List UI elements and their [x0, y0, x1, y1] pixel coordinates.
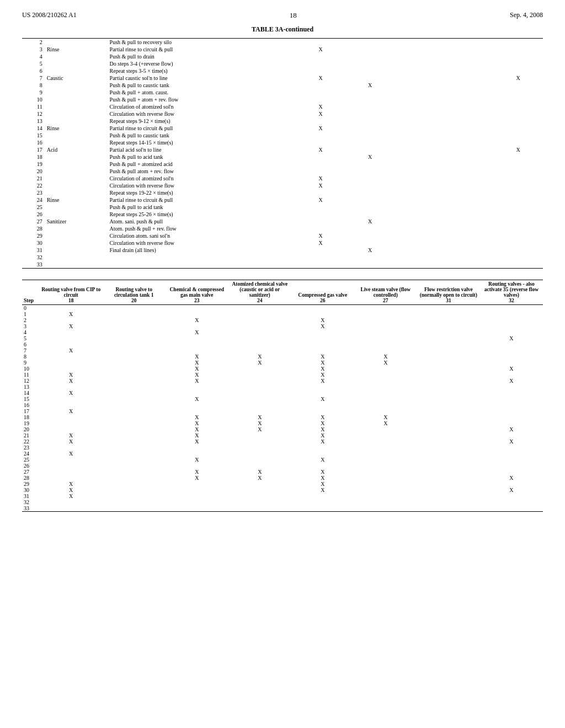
c32-cell [480, 445, 543, 451]
label-cell [45, 189, 108, 196]
lower-table: StepRouting valve from CIP to circuit18R… [22, 280, 543, 512]
step-cell: 11 [22, 103, 45, 110]
x-cell-3 [395, 175, 444, 182]
x-cell-1 [296, 39, 345, 46]
label-cell [45, 132, 108, 139]
lower-table-row: 5 X [22, 335, 543, 341]
x-cell-5 [493, 39, 543, 46]
c18-cell [40, 475, 103, 481]
c27-cell [354, 317, 417, 323]
x-cell-2 [345, 239, 395, 247]
lower-table-row: 3 X X [22, 323, 543, 329]
x-cell-5 [493, 125, 543, 132]
label-cell: Rinse [45, 125, 108, 132]
column-header-col18: Routing valve from CIP to circuit18 [40, 280, 103, 305]
x-cell-1 [296, 117, 345, 125]
x-cell-5: X [493, 74, 543, 82]
table-row: 3 Rinse Partial rinse to circuit & pull … [22, 46, 543, 53]
x-cell-5 [493, 196, 543, 204]
c20-cell [103, 329, 166, 335]
x-cell-2 [345, 232, 395, 239]
c26-cell [291, 347, 354, 354]
label-cell: Rinse [45, 196, 108, 204]
c23-cell [166, 499, 228, 505]
x-cell-1 [296, 189, 345, 196]
table-row: 21 Circulation of atomized sol'n X [22, 175, 543, 182]
lower-table-row: 16 [22, 402, 543, 408]
x-cell-5 [493, 103, 543, 110]
c18-cell: X [40, 372, 103, 378]
desc-cell: Circulation with reverse flow [108, 182, 296, 189]
lower-table-row: 24 X [22, 451, 543, 457]
lower-table-row: 4 X [22, 329, 543, 335]
c18-cell: X [40, 408, 103, 414]
label-cell [45, 175, 108, 182]
c18-cell: X [40, 390, 103, 396]
c23-cell: X [166, 432, 228, 438]
x-cell-2 [345, 168, 395, 175]
page-header: US 2008/210262 A1 18 Sep. 4, 2008 [22, 11, 543, 20]
lower-table-header-row: StepRouting valve from CIP to circuit18R… [22, 280, 543, 305]
x-cell-5 [493, 189, 543, 196]
step-cell: 30 [22, 487, 40, 493]
step-cell: 28 [22, 475, 40, 481]
x-cell-1: X [296, 232, 345, 239]
c31-cell [417, 311, 480, 317]
c23-cell [166, 335, 228, 341]
desc-cell: Repeat steps 25-26 × time(s) [108, 211, 296, 218]
x-cell-4 [444, 60, 494, 67]
c18-cell: X [40, 438, 103, 445]
c18-cell: X [40, 487, 103, 493]
step-cell: 9 [22, 89, 45, 96]
x-cell-3 [395, 211, 444, 218]
x-cell-3 [395, 168, 444, 175]
lower-table-row: 26 [22, 463, 543, 469]
c18-cell [40, 329, 103, 335]
label-cell [45, 247, 108, 254]
c23-cell [166, 445, 228, 451]
c32-cell: X [480, 378, 543, 384]
x-cell-2 [345, 67, 395, 74]
c24-cell [228, 311, 291, 317]
c32-cell [480, 323, 543, 329]
c26-cell [291, 341, 354, 347]
desc-cell [108, 261, 296, 269]
x-cell-3 [395, 247, 444, 254]
c27-cell [354, 438, 417, 445]
c24-cell: X [228, 360, 291, 366]
c23-cell [166, 481, 228, 487]
c32-cell [480, 311, 543, 317]
desc-cell: Repeat steps 14-15 × time(s) [108, 139, 296, 146]
upper-table: 2 Push & pull to recovery silo 3 Rinse P… [22, 38, 543, 269]
label-cell [45, 96, 108, 103]
lower-table-row: 12 X X X X [22, 378, 543, 384]
c31-cell [417, 354, 480, 360]
x-cell-5 [493, 117, 543, 125]
c27-cell [354, 311, 417, 317]
c26-cell: X [291, 487, 354, 493]
step-cell: 19 [22, 420, 40, 426]
x-cell-2 [345, 160, 395, 168]
desc-cell: Do steps 3-4 (+reverse flow) [108, 60, 296, 67]
c27-cell: X [354, 360, 417, 366]
c31-cell [417, 475, 480, 481]
lower-table-row: 14 X [22, 390, 543, 396]
x-cell-3 [395, 189, 444, 196]
c32-cell [480, 414, 543, 420]
desc-cell: Circulation of atomized sol'n [108, 175, 296, 182]
lower-table-row: 8 X X X X [22, 354, 543, 360]
x-cell-1 [296, 261, 345, 269]
x-cell-1 [296, 211, 345, 218]
x-cell-4 [444, 110, 494, 117]
x-cell-2 [345, 132, 395, 139]
label-cell: Sanitizer [45, 218, 108, 225]
x-cell-1 [296, 168, 345, 175]
x-cell-1 [296, 132, 345, 139]
x-cell-1: X [296, 125, 345, 132]
step-cell: 8 [22, 354, 40, 360]
c26-cell [291, 402, 354, 408]
step-cell: 22 [22, 182, 45, 189]
step-cell: 6 [22, 341, 40, 347]
c31-cell [417, 499, 480, 505]
c24-cell [228, 341, 291, 347]
